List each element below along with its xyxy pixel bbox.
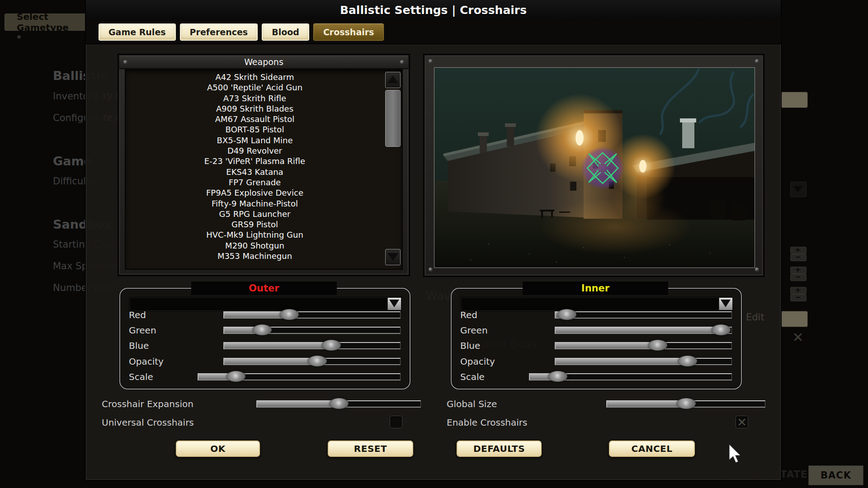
mouse-cursor [729,444,742,465]
blue-slider[interactable] [223,342,401,349]
screw-icon [123,60,127,64]
weapon-item[interactable]: A500 'Reptile' Acid Gun [127,82,382,93]
blue-slider-label: Blue [129,340,223,351]
opacity-slider-label: Opacity [129,356,223,367]
universal-crosshairs-label: Universal Crosshairs [102,417,194,428]
enable-crosshairs-checkbox[interactable] [736,416,748,428]
slider-thumb[interactable] [548,371,567,382]
green-slider[interactable] [223,327,401,334]
reset-button[interactable]: RESET [327,440,414,458]
screw-icon [429,267,433,272]
weapons-list-area: A42 Skrith SidearmA500 'Reptile' Acid Gu… [125,69,403,270]
weapon-item[interactable]: BX5-SM Land Mine [127,135,382,145]
screw-icon [755,267,759,272]
global-size-slider[interactable] [606,400,765,408]
weapon-item[interactable]: M290 Shotgun [127,240,382,251]
weapon-item[interactable]: FP7 Grenade [127,177,382,188]
dialog-title: Ballistic Settings | Crosshairs [340,4,527,17]
red-slider-label: Red [460,310,555,320]
slider-thumb[interactable] [308,356,327,366]
outer-label: Outer [249,283,279,294]
screw-icon [755,59,759,63]
crosshair-preview-panel [424,54,764,277]
crosshair-expansion-slider[interactable] [256,400,421,408]
scroll-up-button[interactable] [385,72,401,88]
weapon-item[interactable]: A909 Skrith Blades [127,103,382,114]
red-slider-label: Red [129,310,223,320]
slider-thumb[interactable] [648,340,667,351]
outer-crosshair-group: Outer RedGreenBlueOpacityScale [119,282,410,390]
global-size-label: Global Size [447,399,497,409]
slider-thumb[interactable] [322,340,341,351]
slider-thumb[interactable] [226,371,245,382]
weapons-list: A42 Skrith SidearmA500 'Reptile' Acid Gu… [127,72,382,261]
tab-crosshairs[interactable]: Crosshairs [312,23,385,42]
weapon-item[interactable]: D49 Revolver [127,145,382,156]
opacity-slider-label: Opacity [460,356,555,367]
weapons-panel-title: Weapons [244,57,283,67]
slider-thumb[interactable] [253,324,272,335]
defaults-button[interactable]: DEFAULTS [456,440,542,458]
weapon-item[interactable]: M353 Machinegun [127,251,382,261]
weapon-item[interactable]: AM67 Assault Pistol [127,114,382,124]
ok-button[interactable]: OK [175,440,261,458]
weapons-panel-header: Weapons [119,56,408,69]
dialog-title-bar: Ballistic Settings | Crosshairs [86,0,781,20]
slider-thumb[interactable] [712,324,731,335]
inner-label: Inner [581,283,609,294]
tab-preferences[interactable]: Preferences [179,23,259,42]
slider-thumb[interactable] [678,356,697,366]
scroll-down-button[interactable] [385,249,401,265]
universal-crosshairs-checkbox[interactable] [390,416,402,428]
slider-thumb[interactable] [280,309,299,320]
weapon-item[interactable]: G5 RPG Launcher [127,209,382,219]
screen: Select Gametype BallisticInventory ModCo… [0,0,868,488]
preview-image [434,67,755,268]
blue-slider-label: Blue [460,340,555,351]
inner-group-header: Inner [523,282,668,295]
weapon-item[interactable]: FP9A5 Explosive Device [127,188,382,198]
blue-slider[interactable] [555,342,732,349]
slider-thumb[interactable] [330,398,349,409]
weapon-item[interactable]: E-23 'ViPeR' Plasma Rifle [127,156,382,166]
crosshair-overlay [581,146,624,190]
scrollbar-thumb[interactable] [385,90,401,147]
tab-game-rules[interactable]: Game Rules [98,23,177,42]
ghost-text: Edit [746,312,764,323]
ballistic-settings-dialog: ry Mod re Aren Wave Edit dGame Boss Ball… [86,0,781,480]
weapon-item[interactable]: A73 Skrith Rifle [127,93,382,103]
screw-icon [429,59,433,63]
crosshair-expansion-label: Crosshair Expansion [102,399,193,409]
tab-bar: Game RulesPreferencesBloodCrosshairs [98,23,385,42]
green-slider-label: Green [129,325,223,336]
opacity-slider[interactable] [223,358,401,365]
weapon-item[interactable]: HVC-Mk9 Lightning Gun [127,230,382,240]
opacity-slider[interactable] [555,358,732,365]
weapon-item[interactable]: GRS9 Pistol [127,219,382,230]
green-slider[interactable] [555,327,732,334]
inner-crosshair-group: Inner RedGreenBlueOpacityScale [451,282,742,390]
scale-slider-label: Scale [460,371,529,382]
screw-icon [400,60,404,64]
tab-strip: Game RulesPreferencesBloodCrosshairs [86,20,781,44]
slider-thumb[interactable] [557,309,576,320]
slider-thumb[interactable] [677,398,696,409]
weapon-item[interactable]: Fifty-9 Machine-Pistol [127,198,382,209]
tab-blood[interactable]: Blood [261,23,310,42]
red-slider[interactable] [223,311,401,319]
green-slider-label: Green [460,325,555,336]
weapons-panel: Weapons A42 Skrith SidearmA500 'Reptile'… [118,54,410,276]
outer-group-header: Outer [191,282,337,295]
weapon-item[interactable]: EKS43 Katana [127,167,382,177]
weapon-item[interactable]: A42 Skrith Sidearm [127,72,382,82]
scale-slider-label: Scale [129,371,198,382]
scale-slider[interactable] [529,373,732,380]
weapon-item[interactable]: BORT-85 Pistol [127,124,382,135]
scale-slider[interactable] [198,373,401,380]
enable-crosshairs-label: Enable Crosshairs [447,417,527,428]
weapons-scrollbar[interactable] [385,72,401,265]
red-slider[interactable] [555,311,732,319]
cancel-button[interactable]: CANCEL [608,440,696,458]
